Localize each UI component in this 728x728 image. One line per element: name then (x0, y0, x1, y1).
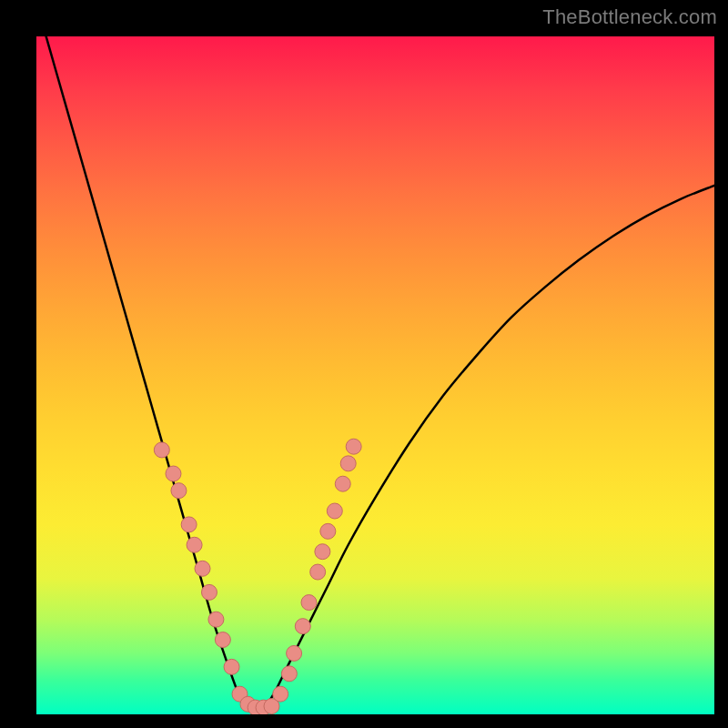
data-marker (340, 456, 356, 471)
curve-right-branch (260, 186, 714, 714)
data-marker (171, 483, 187, 499)
data-marker (208, 612, 224, 627)
data-marker (335, 476, 350, 491)
data-marker (310, 564, 326, 580)
data-marker (224, 659, 239, 674)
plot-area (36, 36, 714, 714)
outer-frame: TheBottleneck.com (0, 0, 728, 728)
data-marker (346, 439, 361, 454)
data-marker (273, 686, 288, 702)
data-marker (154, 442, 169, 458)
curve-left-branch (36, 36, 253, 714)
chart-svg (36, 36, 714, 714)
data-markers (154, 439, 361, 714)
data-marker (327, 503, 342, 519)
watermark-text: TheBottleneck.com (542, 5, 717, 29)
data-marker (320, 523, 336, 539)
data-marker (187, 537, 202, 552)
data-marker (215, 632, 230, 648)
data-marker (281, 666, 297, 682)
data-marker (315, 544, 330, 560)
data-marker (166, 466, 181, 481)
data-marker (287, 645, 302, 661)
data-marker (301, 595, 317, 611)
data-marker (181, 517, 197, 532)
data-marker (195, 561, 210, 576)
data-marker (295, 619, 310, 634)
data-marker (201, 584, 217, 600)
